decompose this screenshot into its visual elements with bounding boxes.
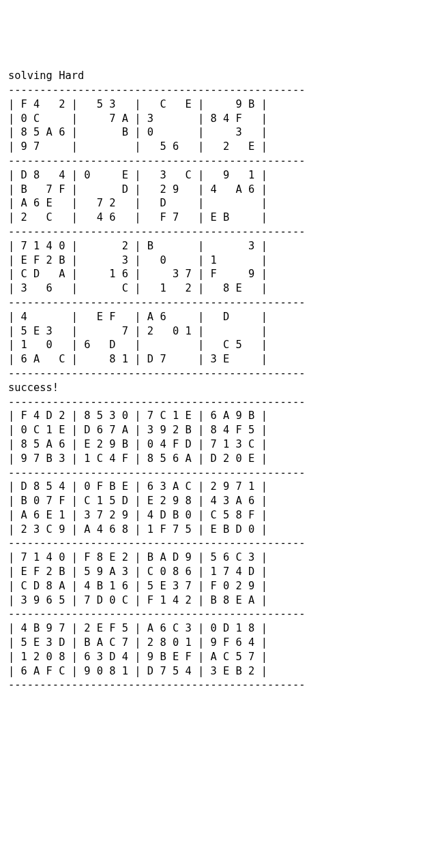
grid-divider: ----------------------------------------… (8, 225, 419, 239)
grid-row: | A 6 E | 7 2 | D | | (8, 196, 419, 211)
grid-row: | 0 C 1 E | D 6 7 A | 3 9 2 B | 8 4 F 5 … (8, 423, 419, 437)
terminal-output: solving Hard----------------------------… (8, 69, 419, 692)
grid-divider: ----------------------------------------… (8, 678, 419, 692)
grid-divider: ----------------------------------------… (8, 395, 419, 409)
grid-row: | 3 6 | C | 1 2 | 8 E | (8, 281, 419, 296)
grid-divider: ----------------------------------------… (8, 607, 419, 621)
grid-row: | 0 C | 7 A | 3 | 8 4 F | (8, 112, 419, 126)
grid-row: | C D A | 1 6 | 3 7 | F 9 | (8, 267, 419, 281)
grid-row: | 9 7 B 3 | 1 C 4 F | 8 5 6 A | D 2 0 E … (8, 452, 419, 466)
heading-success: success! (8, 381, 419, 395)
grid-row: | B 0 7 F | C 1 5 D | E 2 9 8 | 4 3 A 6 … (8, 494, 419, 508)
grid-divider: ----------------------------------------… (8, 536, 419, 551)
grid-row: | 6 A C | 8 1 | D 7 | 3 E | (8, 352, 419, 367)
grid-row: | B 7 F | D | 2 9 | 4 A 6 | (8, 183, 419, 197)
grid-row: | E F 2 B | 5 9 A 3 | C 0 8 6 | 1 7 4 D … (8, 565, 419, 579)
grid-row: | 6 A F C | 9 0 8 1 | D 7 5 4 | 3 E B 2 … (8, 664, 419, 679)
grid-row: | D 8 4 | 0 E | 3 C | 9 1 | (8, 168, 419, 183)
grid-divider: ----------------------------------------… (8, 367, 419, 381)
grid-row: | A 6 E 1 | 3 7 2 9 | 4 D B 0 | C 5 8 F … (8, 508, 419, 523)
grid-row: | 1 2 0 8 | 6 3 D 4 | 9 B E F | A C 5 7 … (8, 650, 419, 664)
grid-row: | 1 0 | 6 D | | C 5 | (8, 338, 419, 352)
grid-row: | E F 2 B | 3 | 0 | 1 | (8, 253, 419, 268)
grid-row: | F 4 D 2 | 8 5 3 0 | 7 C 1 E | 6 A 9 B … (8, 409, 419, 423)
grid-row: | 2 C | 4 6 | F 7 | E B | (8, 211, 419, 225)
grid-row: | D 8 5 4 | 0 F B E | 6 3 A C | 2 9 7 1 … (8, 480, 419, 494)
grid-row: | 8 5 A 6 | E 2 9 B | 0 4 F D | 7 1 3 C … (8, 437, 419, 452)
grid-row: | 8 5 A 6 | B | 0 | 3 | (8, 125, 419, 140)
grid-row: | C D 8 A | 4 B 1 6 | 5 E 3 7 | F 0 2 9 … (8, 579, 419, 593)
grid-row: | 4 | E F | A 6 | D | (8, 310, 419, 324)
grid-row: | 3 9 6 5 | 7 D 0 C | F 1 4 2 | B 8 E A … (8, 593, 419, 608)
grid-divider: ----------------------------------------… (8, 466, 419, 480)
grid-row: | 7 1 4 0 | F 8 E 2 | B A D 9 | 5 6 C 3 … (8, 551, 419, 565)
heading-solving: solving Hard (8, 69, 419, 83)
grid-divider: ----------------------------------------… (8, 154, 419, 168)
grid-divider: ----------------------------------------… (8, 296, 419, 310)
grid-divider: ----------------------------------------… (8, 83, 419, 97)
grid-row: | 4 B 9 7 | 2 E F 5 | A 6 C 3 | 0 D 1 8 … (8, 621, 419, 636)
grid-row: | 5 E 3 | 7 | 2 0 1 | | (8, 324, 419, 339)
grid-row: | 7 1 4 0 | 2 | B | 3 | (8, 239, 419, 253)
grid-row: | F 4 2 | 5 3 | C E | 9 B | (8, 97, 419, 112)
grid-row: | 2 3 C 9 | A 4 6 8 | 1 F 7 5 | E B D 0 … (8, 523, 419, 537)
grid-row: | 9 7 | | 5 6 | 2 E | (8, 140, 419, 154)
grid-row: | 5 E 3 D | B A C 7 | 2 8 0 1 | 9 F 6 4 … (8, 636, 419, 650)
